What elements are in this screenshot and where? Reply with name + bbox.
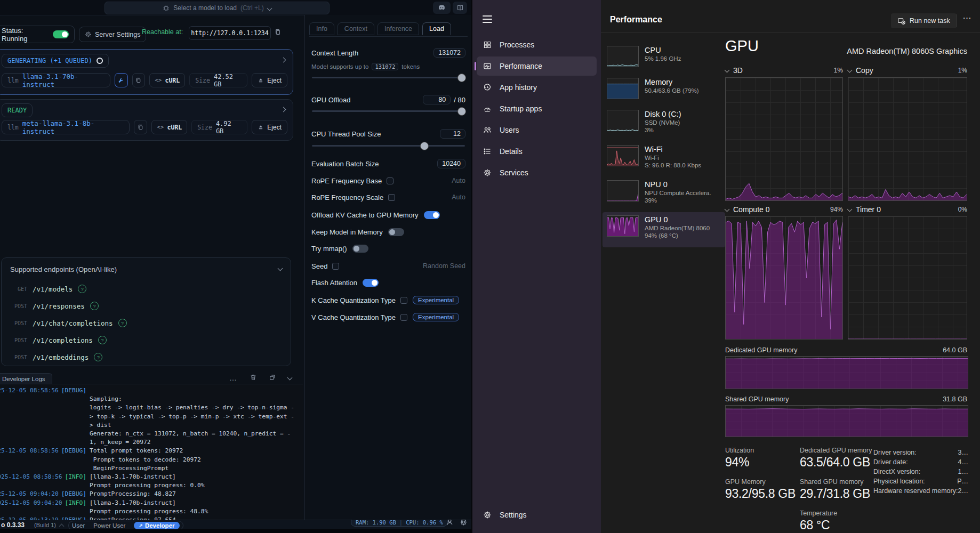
help-icon[interactable]: ? — [118, 319, 127, 327]
sidebar-item-users[interactable]: Users — [477, 120, 597, 140]
tab-info[interactable]: Info — [309, 22, 334, 35]
v-cache-checkbox[interactable] — [400, 314, 407, 321]
log-clear-button[interactable] — [250, 374, 257, 381]
copy-url-button[interactable] — [274, 28, 282, 36]
gpu-offload-input[interactable]: 80 — [423, 95, 451, 104]
model-loader-button[interactable]: Select a model to load (Ctrl +L) — [105, 2, 330, 14]
dedicated-memory-value: 63.5/64.0 GB — [800, 455, 880, 470]
metric-subtext: 39% — [645, 197, 711, 204]
log-time-tag — [0, 403, 86, 412]
metric-item-cpu[interactable]: CPU5% 1.96 GHz — [603, 43, 725, 75]
gpu-stats-col1: Utilization94% GPU Memory93.2/95.8 GB — [725, 447, 799, 510]
eval-batch-input[interactable]: 10240 — [437, 159, 465, 168]
sidebar-item-settings[interactable]: Settings — [477, 505, 597, 524]
disk-thumbnail-chart — [607, 110, 639, 131]
log-collapse-button[interactable] — [288, 376, 292, 379]
log-more-button[interactable]: … — [229, 374, 237, 382]
tab-load[interactable]: Load — [422, 22, 451, 35]
gpu-offload-slider[interactable] — [312, 107, 465, 115]
log-message: Sampling: — [90, 395, 122, 403]
metric-item-npu[interactable]: NPU 0NPU Compute Accelera.39% — [603, 177, 725, 212]
mode-developer[interactable]: ↗Developer — [134, 522, 179, 529]
run-task-icon — [897, 17, 905, 25]
docs-button[interactable] — [453, 2, 467, 14]
mode-user[interactable]: User — [72, 522, 85, 529]
chevron-down-icon[interactable] — [847, 67, 853, 72]
log-message: [llama-3.1-70b-instruct] — [90, 499, 176, 507]
sidebar-item-services[interactable]: Services — [477, 163, 597, 182]
tab-context[interactable]: Context — [338, 22, 374, 35]
npu-thumbnail-chart — [607, 180, 639, 201]
rope-scale-checkbox[interactable] — [388, 194, 395, 201]
chart-compute0 — [725, 216, 843, 340]
flash-attention-toggle[interactable] — [363, 279, 379, 287]
metric-item-gpu[interactable]: GPU 0AMD Radeon(TM) 806094% (68 °C) — [603, 212, 725, 247]
context-length-slider[interactable] — [312, 74, 465, 81]
run-new-task-button[interactable]: Run new task — [891, 13, 957, 28]
gpu-offload-label: GPU Offload — [311, 96, 350, 104]
mode-power-user[interactable]: Power User — [93, 522, 125, 529]
menu-button[interactable] — [483, 15, 492, 25]
copy-model-button[interactable] — [132, 73, 146, 87]
server-status-toggle[interactable] — [53, 30, 69, 38]
more-options-button[interactable]: … — [962, 11, 972, 21]
model-chip[interactable]: llm llama-3.1-70b-instruct — [2, 73, 110, 87]
seed-checkbox[interactable] — [332, 263, 339, 270]
log-message: [llama-3.1-70b-instruct] — [90, 473, 176, 481]
metric-subtext: 3% — [645, 126, 681, 134]
server-url-input[interactable]: http://127.0.0.1:1234 — [189, 26, 271, 40]
log-level: [DEBUG] — [61, 490, 86, 498]
try-mmap-toggle[interactable] — [352, 245, 368, 253]
sidebar-item-processes[interactable]: Processes — [477, 35, 597, 54]
metric-item-disk[interactable]: Disk 0 (C:)SSD (NVMe)3% — [603, 107, 725, 142]
log-line: 025-12-05 09:04:20[INFO][llama-3.1-70b-i… — [0, 499, 303, 507]
cpu-threads-input[interactable]: 12 — [440, 129, 465, 139]
rope-base-checkbox[interactable] — [387, 177, 393, 184]
log-popout-button[interactable] — [269, 374, 276, 381]
eject-button[interactable]: Eject — [252, 120, 287, 134]
help-icon[interactable]: ? — [98, 336, 107, 344]
temperature-value: 68 °C — [800, 518, 880, 532]
chevron-up-icon — [59, 524, 65, 529]
config-tabs: Info Context Inference Load — [309, 22, 468, 37]
sidebar-item-startup-apps[interactable]: Startup apps — [477, 99, 597, 118]
collapse-icon[interactable] — [278, 266, 283, 271]
help-icon[interactable]: ? — [78, 285, 86, 293]
metric-item-wifi[interactable]: Wi-FiWi-FiS: 96.0 R: 88.0 Kbps — [603, 142, 725, 177]
curl-button[interactable]: <>cURL — [149, 73, 185, 87]
curl-button[interactable]: <>cURL — [151, 120, 187, 134]
discord-button[interactable] — [433, 2, 451, 14]
k-cache-checkbox[interactable] — [400, 297, 407, 304]
sidebar-item-label: Users — [500, 126, 519, 134]
model-name: meta-llama-3.1-8b-instruct — [22, 119, 124, 135]
server-settings-button[interactable]: Server Settings — [79, 27, 146, 42]
chevron-down-icon[interactable] — [725, 206, 730, 212]
keep-model-label: Keep Model in Memory — [311, 228, 383, 236]
context-length-input[interactable]: 131072 — [433, 48, 465, 58]
experimental-badge: Experimental — [413, 296, 459, 304]
keep-model-toggle[interactable] — [388, 228, 404, 236]
sidebar-item-details[interactable]: Details — [477, 142, 597, 161]
help-icon[interactable]: ? — [94, 353, 102, 361]
eject-button[interactable]: Eject — [252, 73, 287, 87]
log-line: Generate: n_ctx = 131072, n_batch = 1024… — [0, 430, 303, 438]
copy-model-button[interactable] — [134, 120, 147, 134]
tools-button[interactable] — [115, 73, 128, 87]
chevron-right-icon[interactable] — [281, 107, 286, 112]
chevron-down-icon[interactable] — [725, 67, 730, 72]
model-chip[interactable]: llm meta-llama-3.1-8b-instruct — [2, 120, 130, 134]
help-icon[interactable]: ? — [90, 302, 99, 310]
detail-value: 3… — [958, 448, 968, 457]
developer-logs[interactable]: 025-12-05 08:58:56[DEBUG]Sampling:logits… — [0, 384, 303, 520]
chevron-down-icon[interactable] — [847, 206, 853, 212]
chevron-right-icon[interactable] — [281, 58, 286, 63]
log-message: 1, n_keep = 20972 — [90, 438, 151, 447]
developer-logs-tab[interactable]: Developer Logs — [0, 373, 52, 384]
metric-item-memory[interactable]: Memory50.4/63.6 GB (79%) — [603, 75, 725, 107]
offload-kv-toggle[interactable] — [424, 211, 440, 219]
sidebar-item-app-history[interactable]: App history — [477, 78, 597, 97]
eject-icon — [258, 124, 264, 131]
cpu-threads-slider[interactable] — [312, 142, 465, 149]
tab-inference[interactable]: Inference — [377, 22, 419, 35]
sidebar-item-performance[interactable]: Performance — [477, 56, 597, 76]
